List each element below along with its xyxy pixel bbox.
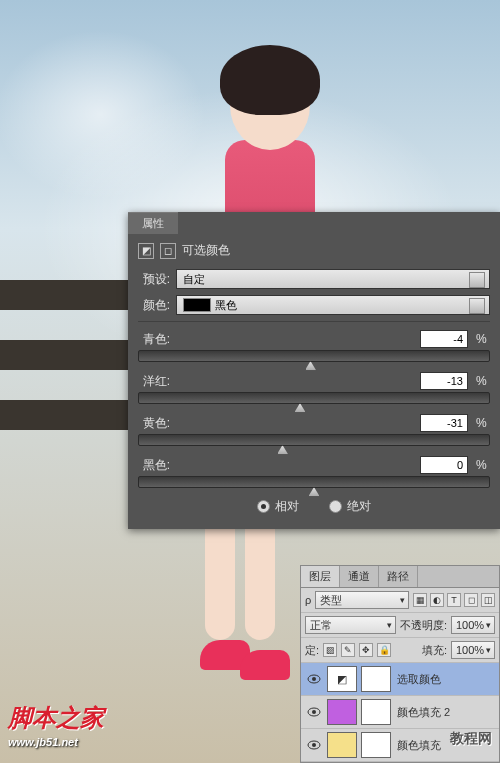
blend-mode-select[interactable]: 正常 [305, 616, 396, 634]
filter-smart-icon[interactable]: ◫ [481, 593, 495, 607]
layer-thumbnail [327, 732, 357, 758]
properties-panel: 属性 ◩ ◻ 可选颜色 预设: 自定 颜色: 黑色 青色: -4 % 洋红: [128, 212, 500, 529]
visibility-eye-icon[interactable] [305, 704, 323, 720]
layer-item[interactable]: 颜色填充 2 [301, 696, 499, 729]
yellow-label: 黄色: [138, 415, 170, 432]
filter-image-icon[interactable]: ▦ [413, 593, 427, 607]
fill-label: 填充: [422, 643, 447, 658]
opacity-input[interactable]: 100% [451, 616, 495, 634]
mask-icon[interactable]: ◻ [160, 243, 176, 259]
yellow-slider[interactable] [138, 434, 490, 446]
lock-transparency-icon[interactable]: ▨ [323, 643, 337, 657]
layers-tabs: 图层 通道 路径 [301, 566, 499, 588]
black-value[interactable]: 0 [420, 456, 468, 474]
slider-thumb[interactable] [294, 403, 306, 413]
slider-thumb[interactable] [308, 487, 320, 497]
panel-title-row: ◩ ◻ 可选颜色 [138, 242, 490, 259]
tab-paths[interactable]: 路径 [379, 566, 418, 587]
lock-brush-icon[interactable]: ✎ [341, 643, 355, 657]
magenta-slider[interactable] [138, 392, 490, 404]
yellow-value[interactable]: -31 [420, 414, 468, 432]
radio-icon [329, 500, 342, 513]
relative-radio[interactable]: 相对 [257, 498, 299, 515]
kind-select[interactable]: 类型 [315, 591, 409, 609]
cyan-value[interactable]: -4 [420, 330, 468, 348]
layer-item[interactable]: ◩ 选取颜色 [301, 663, 499, 696]
filter-shape-icon[interactable]: ◻ [464, 593, 478, 607]
layer-name[interactable]: 颜色填充 2 [395, 705, 495, 720]
radio-icon [257, 500, 270, 513]
layer-mask-thumbnail [361, 666, 391, 692]
visibility-eye-icon[interactable] [305, 737, 323, 753]
black-label: 黑色: [138, 457, 170, 474]
lock-all-icon[interactable]: 🔒 [377, 643, 391, 657]
layer-name[interactable]: 选取颜色 [395, 672, 495, 687]
adjustment-icon: ◩ [138, 243, 154, 259]
percent-label: % [476, 332, 490, 346]
slider-thumb[interactable] [277, 445, 289, 455]
svg-point-3 [312, 710, 316, 714]
properties-tab[interactable]: 属性 [128, 212, 178, 234]
opacity-label: 不透明度: [400, 618, 447, 633]
cyan-slider[interactable] [138, 350, 490, 362]
colors-select[interactable]: 黑色 [176, 295, 490, 315]
shoe [240, 650, 290, 680]
watermark-right: 教程网 [450, 730, 492, 748]
filter-type-icon[interactable]: T [447, 593, 461, 607]
kind-label: ρ [305, 594, 311, 606]
preset-label: 预设: [138, 271, 170, 288]
magenta-value[interactable]: -13 [420, 372, 468, 390]
percent-label: % [476, 458, 490, 472]
color-swatch [183, 298, 211, 312]
lock-label: 定: [305, 643, 319, 658]
magenta-label: 洋红: [138, 373, 170, 390]
tab-channels[interactable]: 通道 [340, 566, 379, 587]
layer-mask-thumbnail [361, 699, 391, 725]
percent-label: % [476, 416, 490, 430]
tab-layers[interactable]: 图层 [301, 566, 340, 587]
black-slider[interactable] [138, 476, 490, 488]
absolute-radio[interactable]: 绝对 [329, 498, 371, 515]
percent-label: % [476, 374, 490, 388]
svg-point-1 [312, 677, 316, 681]
layer-mask-thumbnail [361, 732, 391, 758]
fill-input[interactable]: 100% [451, 641, 495, 659]
watermark-left: 脚本之家 www.jb51.net [8, 702, 104, 748]
colors-label: 颜色: [138, 297, 170, 314]
railing [0, 280, 130, 480]
preset-select[interactable]: 自定 [176, 269, 490, 289]
cyan-label: 青色: [138, 331, 170, 348]
visibility-eye-icon[interactable] [305, 671, 323, 687]
layer-thumbnail [327, 699, 357, 725]
filter-adj-icon[interactable]: ◐ [430, 593, 444, 607]
lock-move-icon[interactable]: ✥ [359, 643, 373, 657]
svg-point-5 [312, 743, 316, 747]
layer-thumbnail: ◩ [327, 666, 357, 692]
panel-title: 可选颜色 [182, 242, 230, 259]
slider-thumb[interactable] [305, 361, 317, 371]
